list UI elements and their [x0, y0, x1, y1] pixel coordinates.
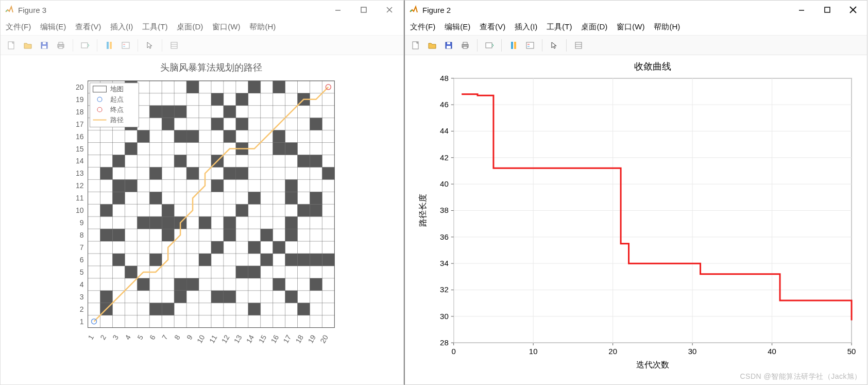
minimize-icon[interactable] [795, 3, 808, 16]
toolbar [1, 36, 403, 55]
legend-icon[interactable] [523, 39, 537, 52]
open-icon[interactable] [426, 39, 439, 52]
svg-text:8: 8 [173, 333, 182, 341]
open-icon[interactable] [21, 39, 35, 52]
link-icon[interactable] [78, 39, 92, 52]
svg-rect-25 [162, 303, 174, 315]
svg-text:6: 6 [80, 256, 84, 264]
menu-help[interactable]: 帮助(H) [654, 22, 680, 32]
svg-text:20: 20 [608, 347, 617, 356]
titlebar[interactable]: Figure 2 [405, 1, 867, 19]
properties-icon[interactable] [167, 39, 181, 52]
watermark: CSDN @智能算法研学社（Jack旭） [740, 372, 862, 381]
svg-rect-29 [174, 291, 186, 303]
print-icon[interactable] [54, 39, 67, 52]
svg-text:42: 42 [440, 153, 449, 162]
svg-rect-78 [285, 179, 298, 192]
figure-3-window: Figure 3 文件(F) 编辑(E) 查看(V) 插入(I) 工具(T) 桌… [0, 0, 404, 385]
link-icon[interactable] [483, 39, 496, 52]
svg-rect-85 [112, 155, 125, 168]
new-icon[interactable] [5, 39, 18, 52]
svg-text:48: 48 [440, 74, 449, 82]
svg-rect-8 [42, 46, 46, 48]
menu-help[interactable]: 帮助(H) [249, 22, 276, 32]
menu-desktop[interactable]: 桌面(D) [581, 22, 607, 32]
menu-edit[interactable]: 编辑(E) [445, 22, 470, 32]
new-icon[interactable] [409, 39, 422, 52]
legend-icon[interactable] [119, 39, 132, 52]
svg-rect-55 [224, 229, 236, 241]
svg-rect-221 [486, 43, 492, 48]
svg-text:8: 8 [80, 231, 84, 239]
svg-rect-53 [112, 229, 125, 241]
svg-rect-13 [107, 42, 109, 49]
svg-text:17: 17 [76, 120, 84, 128]
colorbar-icon[interactable] [103, 39, 116, 52]
menu-desktop[interactable]: 桌面(D) [177, 22, 203, 32]
svg-rect-38 [125, 266, 137, 278]
cursor-icon[interactable] [548, 39, 561, 52]
svg-text:10: 10 [76, 206, 84, 214]
svg-rect-54 [162, 229, 174, 241]
svg-rect-103 [310, 118, 322, 130]
svg-rect-95 [174, 130, 186, 143]
properties-icon[interactable] [572, 39, 585, 52]
colorbar-icon[interactable] [507, 39, 520, 52]
svg-text:1: 1 [80, 317, 84, 326]
svg-rect-223 [514, 42, 516, 49]
svg-rect-34 [174, 278, 186, 291]
svg-rect-64 [285, 216, 298, 229]
svg-rect-94 [137, 130, 149, 143]
svg-rect-77 [211, 179, 224, 192]
menu-tools[interactable]: 工具(T) [547, 22, 572, 32]
svg-rect-58 [137, 216, 149, 229]
svg-rect-75 [112, 179, 125, 192]
close-icon[interactable] [383, 3, 396, 16]
svg-rect-105 [162, 106, 174, 118]
menu-tools[interactable]: 工具(T) [142, 22, 167, 32]
svg-text:19: 19 [76, 95, 84, 104]
menu-window[interactable]: 窗口(W) [617, 22, 644, 32]
minimize-icon[interactable] [331, 3, 345, 16]
maximize-icon[interactable] [357, 3, 370, 16]
svg-rect-14 [110, 42, 112, 49]
svg-text:40: 40 [768, 347, 776, 356]
svg-text:5: 5 [80, 268, 84, 276]
window-controls [795, 3, 863, 16]
window-title: Figure 2 [422, 6, 795, 14]
window-title: Figure 3 [18, 6, 331, 14]
svg-rect-52 [100, 229, 113, 241]
print-icon[interactable] [458, 39, 472, 52]
menu-window[interactable]: 窗口(W) [212, 22, 240, 32]
menu-file[interactable]: 文件(F) [6, 22, 31, 32]
plot-area-grid: 头脑风暴算法规划的路径12345678910111213141516171819… [1, 55, 403, 384]
menu-edit[interactable]: 编辑(E) [40, 22, 66, 32]
svg-rect-40 [248, 266, 261, 278]
svg-rect-92 [285, 143, 298, 155]
save-icon[interactable] [38, 39, 51, 52]
svg-text:0: 0 [452, 347, 456, 356]
svg-rect-42 [149, 254, 162, 266]
svg-text:40: 40 [440, 179, 449, 188]
menu-insert[interactable]: 插入(I) [515, 22, 537, 32]
menu-view[interactable]: 查看(V) [75, 22, 101, 32]
svg-rect-45 [285, 254, 298, 266]
cursor-icon[interactable] [143, 39, 157, 52]
save-icon[interactable] [442, 39, 455, 52]
close-icon[interactable] [846, 3, 860, 16]
menu-file[interactable]: 文件(F) [410, 22, 435, 32]
svg-text:28: 28 [440, 338, 449, 347]
menubar: 文件(F) 编辑(E) 查看(V) 插入(I) 工具(T) 桌面(D) 窗口(W… [405, 19, 867, 36]
svg-rect-83 [236, 167, 248, 179]
svg-text:路径长度: 路径长度 [418, 194, 427, 227]
maximize-icon[interactable] [821, 3, 834, 16]
menu-insert[interactable]: 插入(I) [110, 22, 133, 32]
svg-text:收敛曲线: 收敛曲线 [634, 61, 671, 72]
menu-view[interactable]: 查看(V) [480, 22, 505, 32]
titlebar[interactable]: Figure 3 [1, 1, 403, 19]
svg-rect-49 [211, 241, 224, 254]
svg-rect-63 [224, 216, 236, 229]
svg-text:起点: 起点 [110, 95, 124, 103]
svg-rect-66 [236, 204, 248, 216]
convergence-chart: 收敛曲线010203040502830323436384042444648迭代次… [405, 55, 867, 384]
